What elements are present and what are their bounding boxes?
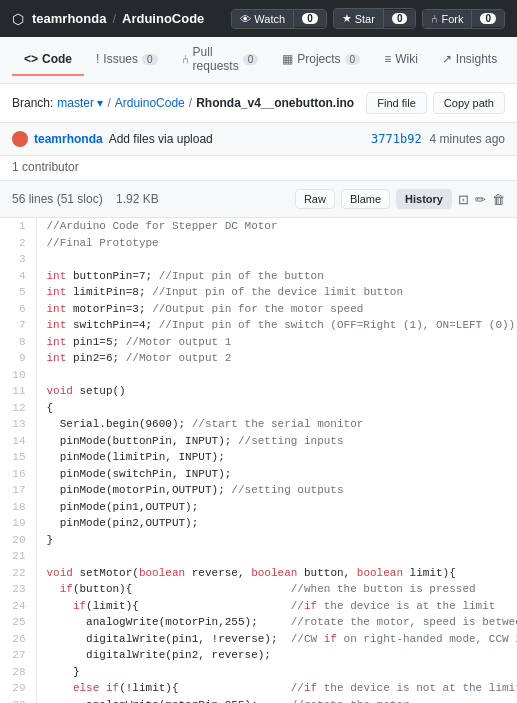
line-number[interactable]: 23 — [0, 581, 36, 598]
line-code: } — [36, 664, 517, 681]
line-code: int limitPin=8; //Input pin of the devic… — [36, 284, 517, 301]
line-number[interactable]: 9 — [0, 350, 36, 367]
file-meta: 56 lines (51 sloc) 1.92 KB — [12, 192, 159, 206]
line-number[interactable]: 28 — [0, 664, 36, 681]
repo-owner-link[interactable]: teamrhonda — [32, 11, 106, 26]
table-row: 5int limitPin=8; //Input pin of the devi… — [0, 284, 517, 301]
line-number[interactable]: 8 — [0, 334, 36, 351]
star-button[interactable]: ★ Star — [334, 9, 384, 28]
table-row: 13 Serial.begin(9600); //start the seria… — [0, 416, 517, 433]
line-number[interactable]: 26 — [0, 631, 36, 648]
repo-name-link[interactable]: ArduinoCode — [122, 11, 204, 26]
desktop-icon[interactable]: ⊡ — [458, 192, 469, 207]
line-code: //Arduino Code for Stepper DC Motor — [36, 218, 517, 235]
line-number[interactable]: 20 — [0, 532, 36, 549]
star-count[interactable]: 0 — [384, 10, 416, 27]
line-number[interactable]: 29 — [0, 680, 36, 697]
line-code: pinMode(pin1,OUTPUT); — [36, 499, 517, 516]
watch-group: 👁 Watch 0 — [231, 9, 326, 29]
tab-pull-requests[interactable]: ⑃ Pull requests 0 — [170, 37, 271, 83]
path-separator-2: / — [189, 96, 192, 110]
line-number[interactable]: 12 — [0, 400, 36, 417]
line-number[interactable]: 17 — [0, 482, 36, 499]
tab-insights[interactable]: ↗ Insights — [430, 44, 509, 76]
repo-identity: ⬡ teamrhonda / ArduinoCode — [12, 11, 204, 27]
file-header: 56 lines (51 sloc) 1.92 KB Raw Blame His… — [0, 181, 517, 218]
line-code: pinMode(switchPin, INPUT); — [36, 466, 517, 483]
chevron-down-icon: ▾ — [97, 96, 103, 110]
table-row: 27 digitalWrite(pin2, reverse); — [0, 647, 517, 664]
line-number[interactable]: 30 — [0, 697, 36, 704]
line-code: int pin2=6; //Motor output 2 — [36, 350, 517, 367]
copy-path-button[interactable]: Copy path — [433, 92, 505, 114]
line-number[interactable]: 5 — [0, 284, 36, 301]
line-number[interactable]: 4 — [0, 268, 36, 285]
watch-count[interactable]: 0 — [294, 10, 326, 27]
table-row: 28 } — [0, 664, 517, 681]
line-code: void setMotor(boolean reverse, boolean b… — [36, 565, 517, 582]
line-number[interactable]: 1 — [0, 218, 36, 235]
line-code: digitalWrite(pin1, !reverse); //CW if on… — [36, 631, 517, 648]
raw-button[interactable]: Raw — [295, 189, 335, 209]
tab-projects[interactable]: ▦ Projects 0 — [270, 44, 372, 76]
line-number[interactable]: 16 — [0, 466, 36, 483]
table-row: 9int pin2=6; //Motor output 2 — [0, 350, 517, 367]
line-number[interactable]: 2 — [0, 235, 36, 252]
code-icon: <> — [24, 52, 38, 66]
table-row: 1//Arduino Code for Stepper DC Motor — [0, 218, 517, 235]
fork-count[interactable]: 0 — [472, 10, 504, 27]
table-row: 12{ — [0, 400, 517, 417]
table-row: 16 pinMode(switchPin, INPUT); — [0, 466, 517, 483]
blame-button[interactable]: Blame — [341, 189, 390, 209]
commit-left: teamrhonda Add files via upload — [12, 131, 213, 147]
line-number[interactable]: 24 — [0, 598, 36, 615]
line-number[interactable]: 18 — [0, 499, 36, 516]
line-code: { — [36, 400, 517, 417]
line-number[interactable]: 6 — [0, 301, 36, 318]
line-number[interactable]: 25 — [0, 614, 36, 631]
commit-sha-link[interactable]: 3771b92 — [371, 132, 422, 146]
line-number[interactable]: 7 — [0, 317, 36, 334]
size-label: 1.92 KB — [116, 192, 159, 206]
edit-icon[interactable]: ✏ — [475, 192, 486, 207]
fork-button[interactable]: ⑃ Fork — [423, 10, 472, 28]
fork-icon: ⑃ — [431, 13, 438, 25]
commit-author-link[interactable]: teamrhonda — [34, 132, 103, 146]
line-number[interactable]: 21 — [0, 548, 36, 565]
commit-right: 3771b92 4 minutes ago — [371, 132, 505, 146]
line-number[interactable]: 14 — [0, 433, 36, 450]
insights-icon: ↗ — [442, 52, 452, 66]
line-number[interactable]: 27 — [0, 647, 36, 664]
line-code: //Final Prototype — [36, 235, 517, 252]
table-row: 2//Final Prototype — [0, 235, 517, 252]
line-number[interactable]: 13 — [0, 416, 36, 433]
line-number[interactable]: 11 — [0, 383, 36, 400]
line-number[interactable]: 10 — [0, 367, 36, 384]
contributor-count: 1 — [12, 160, 19, 174]
history-button[interactable]: History — [396, 189, 452, 209]
table-row: 19 pinMode(pin2,OUTPUT); — [0, 515, 517, 532]
tab-wiki[interactable]: ≡ Wiki — [372, 44, 430, 76]
line-code — [36, 367, 517, 384]
line-code: digitalWrite(pin2, reverse); — [36, 647, 517, 664]
line-number[interactable]: 15 — [0, 449, 36, 466]
watch-button[interactable]: 👁 Watch — [232, 10, 294, 28]
tab-code[interactable]: <> Code — [12, 44, 84, 76]
find-file-button[interactable]: Find file — [366, 92, 427, 114]
line-code: else if(!limit){ //if the device is not … — [36, 680, 517, 697]
branch-link[interactable]: master ▾ — [57, 96, 103, 110]
line-code: void setup() — [36, 383, 517, 400]
line-code: analogWrite(motorPin,255); //rotate the … — [36, 697, 517, 704]
repo-breadcrumb-link[interactable]: ArduinoCode — [115, 96, 185, 110]
line-code: Serial.begin(9600); //start the serial m… — [36, 416, 517, 433]
file-actions: Raw Blame History ⊡ ✏ 🗑 — [295, 189, 505, 209]
eye-icon: 👁 — [240, 13, 251, 25]
delete-icon[interactable]: 🗑 — [492, 192, 505, 207]
tab-issues[interactable]: ! Issues 0 — [84, 44, 170, 76]
line-number[interactable]: 19 — [0, 515, 36, 532]
tab-settings[interactable]: ⚙ Settings — [509, 44, 517, 76]
line-code: int motorPin=3; //Output pin for the mot… — [36, 301, 517, 318]
line-number[interactable]: 3 — [0, 251, 36, 268]
line-number[interactable]: 22 — [0, 565, 36, 582]
table-row: 18 pinMode(pin1,OUTPUT); — [0, 499, 517, 516]
